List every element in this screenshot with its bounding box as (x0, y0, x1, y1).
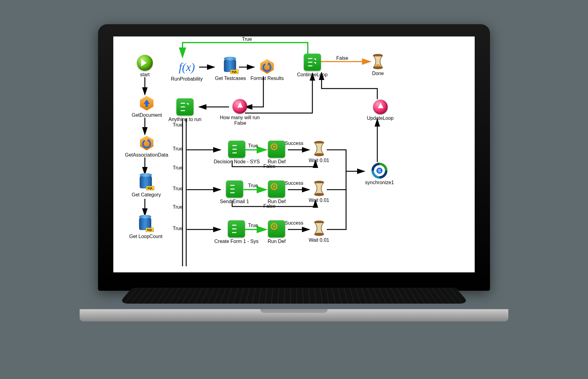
svg-point-27 (273, 146, 275, 148)
node-label: UpdateLoop (367, 116, 394, 121)
node-label: Wait 0.01 (309, 158, 329, 163)
decision-branch-icon (228, 141, 245, 158)
svg-point-35 (273, 225, 275, 227)
edge-label-success-r2: Success (285, 180, 303, 186)
edge-label-true-r3a: True (173, 226, 183, 231)
run-cog-icon (268, 180, 285, 198)
svg-point-33 (314, 193, 324, 196)
hourglass-icon (312, 220, 326, 236)
edge-label-false-done: False (336, 55, 348, 61)
node-label: Send Email 1 (220, 199, 249, 204)
decision-branch-icon (176, 98, 194, 116)
run-cog-icon (268, 141, 285, 158)
node-label: synchronize1 (365, 180, 394, 185)
workflow-diagram: start GetDocument (113, 36, 475, 272)
edge-label-true-r1c: True (173, 165, 183, 171)
hourglass-icon (312, 180, 326, 196)
start-icon (137, 55, 153, 71)
database-icon: SQL (140, 175, 153, 191)
trackpad-notch-icon (260, 309, 328, 313)
node-get-loop-count[interactable]: SQL Get LoopCount (129, 217, 163, 239)
node-label: How many will run (220, 115, 260, 120)
edge-label-success-r1: Success (285, 141, 303, 146)
node-label: GetAssociationData (125, 152, 168, 158)
node-label: start (137, 72, 153, 78)
database-icon: SQL (224, 59, 237, 74)
edge-label-true-r2b: True (248, 183, 258, 188)
keyboard-icon (119, 288, 470, 304)
decision-branch-icon (226, 180, 243, 198)
node-run-def-3[interactable]: Run Def (268, 220, 286, 244)
node-synchronize1[interactable]: S synchronize1 (365, 163, 394, 185)
node-label: Decision Node - SYS (214, 159, 260, 165)
node-anything-to-run[interactable]: Anything to run (168, 98, 202, 122)
node-get-testcases[interactable]: SQL Get Testcases (215, 59, 246, 81)
decision-branch-icon (304, 54, 321, 71)
svg-point-31 (273, 185, 275, 188)
node-get-association-data[interactable]: GetAssociationData (125, 135, 168, 158)
hourglass-icon (312, 141, 326, 157)
node-wait-1[interactable]: Wait 0.01 (309, 141, 329, 163)
laptop-screen-bezel: start GetDocument (98, 24, 490, 291)
svg-point-29 (314, 153, 324, 156)
node-start[interactable]: start (137, 55, 153, 78)
node-label: RunProbability (171, 76, 203, 82)
svg-point-25 (373, 66, 383, 69)
node-label: Anything to run (168, 117, 202, 122)
node-wait-3[interactable]: Wait 0.01 (309, 220, 329, 243)
node-label: Run Def (268, 239, 286, 244)
sync-icon: S (371, 163, 387, 179)
edge-label-true-r1a: True (173, 146, 183, 152)
node-format-results[interactable]: Format Results (251, 59, 284, 81)
laptop-mockup: start GetDocument (80, 24, 508, 355)
edge-label-true-top: True (242, 36, 252, 42)
node-done[interactable]: Done (371, 54, 385, 76)
decision-branch-icon (228, 220, 245, 237)
edge-label-true-r2a: True (173, 186, 183, 191)
database-icon: SQL (139, 217, 153, 233)
edge-label-false-r2: False (263, 203, 275, 209)
run-cog-icon (268, 220, 285, 237)
node-send-email-1[interactable]: Send Email 1 (220, 180, 249, 204)
edge-label-success-r3: Success (285, 220, 303, 226)
edge-label-true-r2c: True (173, 204, 183, 210)
node-label: Wait 0.01 (309, 198, 329, 203)
function-icon: f(x) (179, 60, 195, 74)
node-label: Done (371, 71, 385, 76)
node-continue-loop[interactable]: ContinueLoop (297, 54, 328, 78)
counter-up-icon (373, 100, 388, 114)
node-label: Create Form 1 - Sys (214, 239, 258, 244)
svg-point-37 (314, 233, 324, 236)
node-how-many-will-run[interactable]: How many will run (220, 99, 260, 120)
node-label: ContinueLoop (297, 72, 328, 78)
node-label: Get Category (132, 192, 161, 198)
node-get-document[interactable]: GetDocument (132, 95, 162, 118)
node-get-category[interactable]: SQL Get Category (132, 175, 161, 198)
hex-refresh-icon (139, 135, 155, 151)
hourglass-icon (371, 54, 385, 70)
node-run-def-2[interactable]: Run Def (268, 180, 286, 204)
node-run-probability[interactable]: f(x) RunProbability (171, 59, 203, 82)
edge-label-false-r1: False (263, 164, 275, 169)
edge-label-true-anything: True (173, 122, 183, 128)
hex-refresh-icon (259, 59, 275, 74)
node-label: Format Results (251, 76, 284, 81)
edge-label-false-howmany: False (234, 120, 246, 126)
node-label: Wait 0.01 (309, 237, 329, 243)
edge-label-true-r1b: True (248, 143, 258, 149)
screen-content: start GetDocument (113, 36, 475, 272)
node-run-def-1[interactable]: Run Def (268, 141, 286, 165)
node-label: GetDocument (132, 112, 162, 118)
node-wait-2[interactable]: Wait 0.01 (309, 180, 329, 203)
node-label: Get LoopCount (129, 234, 163, 239)
laptop-hinge (80, 309, 508, 321)
edge-label-true-r3b: True (248, 223, 258, 228)
node-update-loop[interactable]: UpdateLoop (367, 100, 394, 121)
laptop-base (80, 282, 508, 337)
hex-up-icon (139, 95, 155, 111)
svg-text:S: S (378, 168, 381, 173)
counter-up-icon (232, 99, 247, 114)
node-label: Get Testcases (215, 76, 246, 81)
